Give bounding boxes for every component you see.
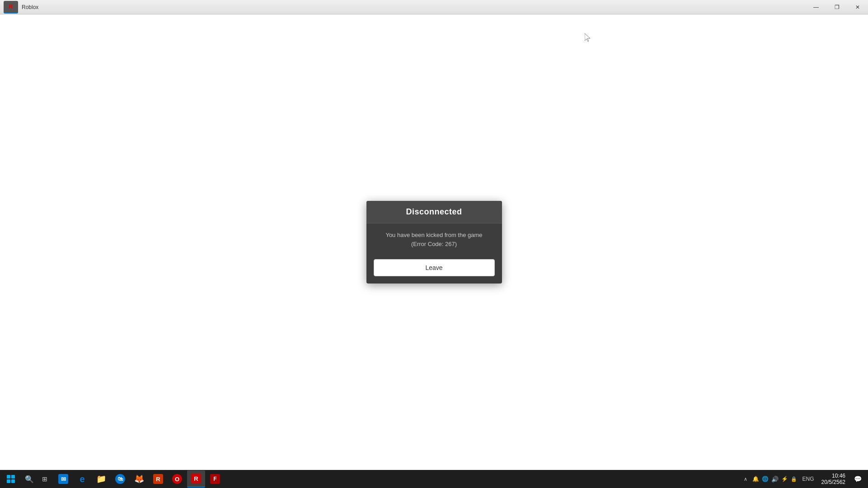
restore-button[interactable]: ❐: [826, 0, 847, 14]
mail-icon: ✉: [58, 474, 68, 484]
taskbar-app-mail[interactable]: ✉: [54, 470, 72, 488]
language-indicator[interactable]: ENG: [801, 476, 816, 482]
edge-icon: e: [77, 474, 87, 484]
red-app-icon: F: [210, 474, 220, 484]
close-button[interactable]: ✕: [847, 0, 868, 14]
action-center-icon: 💬: [854, 475, 862, 483]
taskbar-app-red[interactable]: F: [206, 470, 224, 488]
clock-date: 20/5/2562: [821, 479, 845, 485]
dialog-title: Disconnected: [406, 207, 462, 216]
taskbar-app-explorer[interactable]: 📁: [92, 470, 110, 488]
taskbar-search-button[interactable]: 🔍: [22, 470, 37, 488]
clock-time: 10:46: [832, 473, 845, 479]
action-center-button[interactable]: 💬: [851, 470, 864, 488]
search-icon: 🔍: [25, 475, 34, 483]
taskbar-app-opera[interactable]: O: [168, 470, 186, 488]
task-view-button[interactable]: ⊞: [37, 470, 52, 488]
dialog-message: You have been kicked from the game (Erro…: [375, 231, 493, 248]
opera-icon: O: [172, 474, 182, 484]
dialog-message-line1: You have been kicked from the game: [385, 232, 482, 238]
taskbar: 🔍 ⊞ ✉ e 📁 🛍 🦊 R O R F: [0, 470, 868, 488]
titlebar-left: R Roblox: [0, 1, 38, 14]
network-notification-icon: 🔔: [752, 476, 759, 482]
dialog-footer: Leave: [366, 256, 502, 284]
systray-expand-icon[interactable]: ∧: [742, 476, 749, 482]
firefox-icon: 🦊: [134, 474, 144, 484]
titlebar: R Roblox — ❐ ✕: [0, 0, 868, 14]
windows-logo-icon: [7, 475, 15, 483]
keyboard-icon[interactable]: 🔒: [791, 476, 797, 482]
start-button[interactable]: [0, 470, 22, 488]
system-tray: ∧ 🔔 🌐 🔊 ⚡ 🔒 ENG 10:46 20/5/2562 💬: [739, 470, 868, 488]
volume-icon[interactable]: 🔊: [771, 476, 779, 483]
window-controls: — ❐ ✕: [806, 0, 868, 14]
roblox-taskbar-icon[interactable]: R: [4, 1, 18, 14]
task-view-icon: ⊞: [42, 475, 47, 483]
taskbar-clock[interactable]: 10:46 20/5/2562: [818, 470, 849, 488]
power-icon[interactable]: ⚡: [781, 476, 788, 482]
network-icon[interactable]: 🌐: [762, 476, 769, 482]
taskbar-app-roblox-studio[interactable]: R: [149, 470, 167, 488]
dialog-header: Disconnected: [366, 201, 502, 223]
mouse-cursor: [585, 33, 590, 42]
taskbar-app-roblox[interactable]: R: [187, 470, 205, 488]
leave-button[interactable]: Leave: [374, 259, 495, 276]
taskbar-app-edge[interactable]: e: [73, 470, 91, 488]
file-explorer-icon: 📁: [96, 474, 106, 484]
taskbar-apps: ✉ e 📁 🛍 🦊 R O R F: [52, 470, 739, 488]
systray-icons: 🔔 🌐 🔊 ⚡ 🔒: [751, 476, 799, 483]
taskbar-app-store[interactable]: 🛍: [111, 470, 129, 488]
roblox-icon: R: [191, 474, 201, 483]
disconnect-dialog: Disconnected You have been kicked from t…: [366, 201, 502, 284]
roblox-studio-icon: R: [153, 474, 163, 484]
store-icon: 🛍: [115, 474, 125, 484]
window-title: Roblox: [22, 4, 38, 10]
main-content: Disconnected You have been kicked from t…: [0, 14, 868, 470]
dialog-message-line2: (Error Code: 267): [411, 241, 457, 247]
minimize-button[interactable]: —: [806, 0, 826, 14]
dialog-body: You have been kicked from the game (Erro…: [366, 223, 502, 256]
taskbar-app-firefox[interactable]: 🦊: [130, 470, 148, 488]
